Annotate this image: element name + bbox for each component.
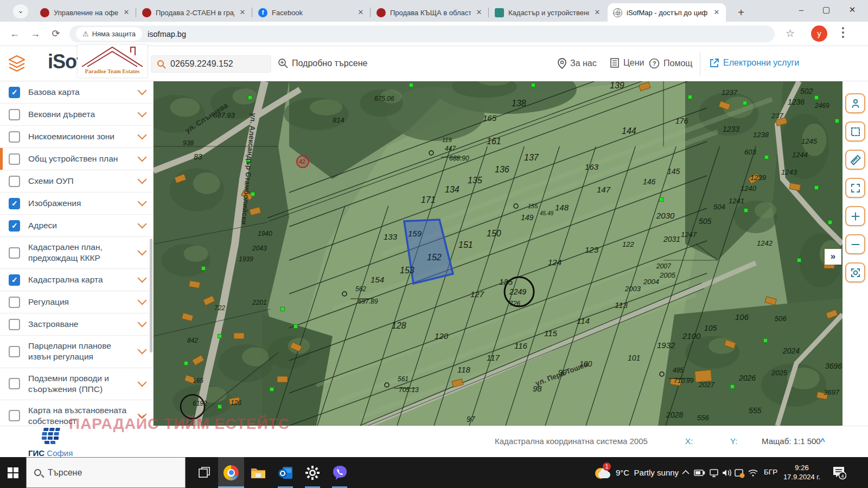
chevron-down-icon[interactable]: [138, 197, 147, 207]
detailed-search-link[interactable]: Подробно търсене: [278, 58, 367, 68]
zoom-in-tool-button[interactable]: [845, 206, 865, 226]
layer-checkbox[interactable]: [9, 87, 20, 98]
taskbar-weather[interactable]: 1 9°C Partly sunny: [593, 457, 679, 488]
browser-tab-5[interactable]: Кадастър и устройствено✕: [489, 3, 607, 22]
layer-item-8[interactable]: Кадастрален план, предхождащ КККР: [0, 237, 153, 269]
tab-close-icon[interactable]: ✕: [592, 8, 602, 17]
profile-avatar[interactable]: y: [811, 25, 827, 42]
layer-checkbox[interactable]: [9, 410, 20, 421]
layer-item-10[interactable]: Регулация: [0, 291, 153, 313]
locate-tool-button[interactable]: [845, 262, 865, 282]
tab-close-icon[interactable]: ✕: [122, 8, 131, 17]
taskbar-settings-button[interactable]: [299, 457, 326, 488]
layer-item-5[interactable]: Схеми ОУП: [0, 170, 153, 192]
chevron-down-icon[interactable]: [138, 296, 147, 305]
layer-checkbox[interactable]: [9, 319, 20, 330]
layer-checkbox[interactable]: [9, 247, 20, 259]
chevron-down-icon[interactable]: [138, 131, 147, 140]
reload-button[interactable]: ⟳: [48, 26, 64, 42]
chevron-down-icon[interactable]: [138, 175, 147, 184]
start-button[interactable]: [0, 457, 26, 488]
layer-item-12[interactable]: Парцеларни планове извън регулация: [0, 336, 153, 368]
chevron-down-icon[interactable]: [138, 377, 147, 387]
back-button[interactable]: ←: [7, 26, 23, 42]
isofmap-logo[interactable]: iSofMap Paradise Team Estates: [48, 50, 156, 79]
security-warning-chip[interactable]: ⚠ Няма защита: [76, 27, 142, 41]
layer-checkbox[interactable]: [9, 220, 20, 232]
expand-panel-button[interactable]: »: [825, 249, 841, 265]
chevron-down-icon[interactable]: [138, 247, 147, 256]
layer-checkbox[interactable]: [9, 198, 20, 209]
eservices-link[interactable]: Електронни услуги: [710, 58, 799, 68]
parcel-search-box[interactable]: [151, 55, 271, 73]
tab-close-icon[interactable]: ✕: [356, 8, 366, 17]
address-bar[interactable]: ⚠ Няма защита isofmap.bg: [69, 25, 775, 42]
nav-about[interactable]: За нас: [558, 58, 597, 69]
zoom-out-tool-button[interactable]: [845, 234, 865, 254]
chevron-down-icon[interactable]: [138, 220, 147, 229]
browser-tab-6[interactable]: iSofMap - достъп до циф✕: [608, 3, 726, 22]
layers-menu-icon[interactable]: [8, 54, 26, 76]
layer-checkbox[interactable]: [9, 274, 20, 286]
chevron-down-icon[interactable]: [138, 345, 147, 355]
layer-checkbox[interactable]: [9, 297, 20, 308]
taskbar-search-box[interactable]: Търсене: [26, 457, 186, 488]
taskbar-viber-button[interactable]: [327, 457, 353, 488]
layer-item-1[interactable]: Базова карта: [0, 81, 153, 104]
taskbar-explorer-button[interactable]: [245, 457, 271, 488]
layer-item-4[interactable]: Общ устройствен план: [0, 148, 153, 170]
browser-menu-icon[interactable]: •••: [835, 26, 851, 41]
layer-item-7[interactable]: Адреси: [0, 215, 153, 237]
layer-item-9[interactable]: Кадастрална карта: [0, 269, 153, 291]
layer-checkbox[interactable]: [9, 176, 20, 187]
sidebar-scrollbar[interactable]: [150, 239, 152, 352]
forward-button[interactable]: →: [27, 26, 43, 42]
browser-tab-3[interactable]: fFacebook✕: [253, 3, 370, 22]
layer-item-6[interactable]: Изображения: [0, 192, 153, 215]
window-close-button[interactable]: ✕: [840, 0, 865, 21]
chevron-down-icon[interactable]: [138, 86, 147, 95]
layer-checkbox[interactable]: [9, 153, 20, 165]
browser-tab-1[interactable]: Управление на офертите✕: [35, 3, 136, 22]
bookmark-star-icon[interactable]: ☆: [786, 27, 795, 40]
select-area-tool-button[interactable]: [845, 121, 865, 142]
nav-help[interactable]: ? Помощ: [649, 58, 692, 69]
gis-sofia-logo[interactable]: ГИС София: [28, 427, 73, 458]
language-indicator[interactable]: БГР: [764, 468, 777, 476]
browser-tab-2[interactable]: Продава 2-СТАЕН в град✕: [137, 3, 252, 22]
layer-item-2[interactable]: Вековни дървета: [0, 104, 153, 126]
browser-tab-4[interactable]: Продава КЪЩА в област✕: [371, 3, 488, 22]
chevron-down-icon[interactable]: [138, 274, 147, 283]
layer-item-13[interactable]: Подземни проводи и съоръжения (ППС): [0, 368, 153, 400]
task-view-button[interactable]: [191, 457, 217, 488]
tab-close-icon[interactable]: ✕: [238, 8, 247, 17]
taskbar-outlook-button[interactable]: [272, 457, 298, 488]
chevron-down-icon[interactable]: [138, 153, 147, 162]
notification-center-button[interactable]: 4: [831, 465, 846, 480]
layer-checkbox[interactable]: [9, 346, 20, 357]
search-input[interactable]: [170, 59, 263, 69]
nav-prices[interactable]: Цени: [610, 58, 644, 68]
window-maximize-button[interactable]: ▢: [814, 0, 839, 21]
layer-item-11[interactable]: Застрояване: [0, 313, 153, 336]
layer-checkbox[interactable]: [9, 109, 20, 120]
statusbar-collapse-icon[interactable]: ^: [820, 436, 825, 446]
measure-tool-button[interactable]: [845, 150, 865, 170]
url-text[interactable]: isofmap.bg: [148, 30, 186, 38]
chevron-down-icon[interactable]: [138, 318, 147, 328]
chevron-down-icon[interactable]: [138, 108, 147, 118]
layer-checkbox[interactable]: [9, 378, 20, 389]
taskbar-clock[interactable]: 9:26 17.9.2024 г.: [781, 463, 822, 481]
tab-close-icon[interactable]: ✕: [474, 8, 484, 17]
map-canvas[interactable]: 1391381651611441371361351341711631471461…: [154, 81, 843, 426]
layer-checkbox[interactable]: [9, 131, 20, 143]
layer-item-3[interactable]: Нискоемисионни зони: [0, 126, 153, 148]
new-tab-button[interactable]: +: [733, 5, 749, 21]
tab-search-chevron-icon[interactable]: ⌄: [13, 4, 28, 18]
taskbar-chrome-button[interactable]: [218, 457, 244, 488]
fullscreen-tool-button[interactable]: [845, 178, 865, 198]
tab-close-icon[interactable]: ✕: [712, 8, 722, 17]
window-minimize-button[interactable]: –: [789, 0, 814, 21]
identify-tool-button[interactable]: [845, 93, 865, 113]
system-tray[interactable]: [681, 467, 763, 481]
